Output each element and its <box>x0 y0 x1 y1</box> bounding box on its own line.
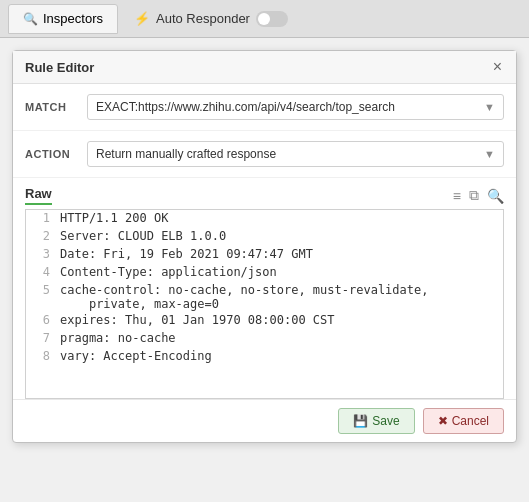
dialog-footer: 💾 Save ✖ Cancel <box>13 399 516 442</box>
main-area: Rule Editor × MATCH EXACT:https://www.zh… <box>0 38 529 502</box>
line-content: HTTP/1.1 200 OK <box>60 211 168 225</box>
line-content: Content-Type: application/json <box>60 265 277 279</box>
table-row: 6expires: Thu, 01 Jan 1970 08:00:00 CST <box>26 312 503 330</box>
cancel-label: Cancel <box>452 414 489 428</box>
save-icon: 💾 <box>353 414 368 428</box>
inspectors-tab[interactable]: 🔍 Inspectors <box>8 4 118 34</box>
cancel-icon: ✖ <box>438 414 448 428</box>
line-content: pragma: no-cache <box>60 331 176 345</box>
line-number: 3 <box>32 247 50 261</box>
auto-responder-label: Auto Responder <box>156 11 250 26</box>
line-content: cache-control: no-cache, no-store, must-… <box>60 283 428 311</box>
line-number: 6 <box>32 313 50 327</box>
action-label: ACTION <box>25 148 77 160</box>
filter-icon[interactable]: ≡ <box>453 188 461 204</box>
table-row: 8vary: Accept-Encoding <box>26 348 503 366</box>
match-select[interactable]: EXACT:https://www.zhihu.com/api/v4/searc… <box>87 94 504 120</box>
close-button[interactable]: × <box>491 59 504 75</box>
table-row: 5cache-control: no-cache, no-store, must… <box>26 282 503 312</box>
line-content: Date: Fri, 19 Feb 2021 09:47:47 GMT <box>60 247 313 261</box>
match-row: MATCH EXACT:https://www.zhihu.com/api/v4… <box>13 84 516 131</box>
action-value: Return manually crafted response <box>96 147 276 161</box>
dialog-title: Rule Editor <box>25 60 94 75</box>
line-number: 1 <box>32 211 50 225</box>
top-bar: 🔍 Inspectors ⚡ Auto Responder <box>0 0 529 38</box>
table-row: 3Date: Fri, 19 Feb 2021 09:47:47 GMT <box>26 246 503 264</box>
action-row: ACTION Return manually crafted response … <box>13 131 516 178</box>
save-label: Save <box>372 414 399 428</box>
match-value: EXACT:https://www.zhihu.com/api/v4/searc… <box>96 100 395 114</box>
match-label: MATCH <box>25 101 77 113</box>
line-content: expires: Thu, 01 Jan 1970 08:00:00 CST <box>60 313 335 327</box>
line-content: vary: Accept-Encoding <box>60 349 212 363</box>
action-chevron-icon: ▼ <box>484 148 495 160</box>
raw-header: Raw ≡ ⧉ 🔍 <box>25 186 504 205</box>
inspectors-icon: 🔍 <box>23 12 38 26</box>
line-number: 5 <box>32 283 50 297</box>
line-content: Server: CLOUD ELB 1.0.0 <box>60 229 226 243</box>
dialog-header: Rule Editor × <box>13 51 516 84</box>
auto-responder-toggle[interactable] <box>256 11 288 27</box>
table-row: 4Content-Type: application/json <box>26 264 503 282</box>
raw-section: Raw ≡ ⧉ 🔍 1HTTP/1.1 200 OK2Server: CLOUD… <box>13 178 516 399</box>
raw-actions: ≡ ⧉ 🔍 <box>453 187 504 204</box>
inspectors-label: Inspectors <box>43 11 103 26</box>
lightning-icon: ⚡ <box>134 11 150 26</box>
save-button[interactable]: 💾 Save <box>338 408 414 434</box>
line-number: 7 <box>32 331 50 345</box>
line-number: 8 <box>32 349 50 363</box>
search-icon[interactable]: 🔍 <box>487 188 504 204</box>
table-row: 1HTTP/1.1 200 OK <box>26 210 503 228</box>
raw-tab[interactable]: Raw <box>25 186 52 205</box>
match-chevron-icon: ▼ <box>484 101 495 113</box>
action-select[interactable]: Return manually crafted response ▼ <box>87 141 504 167</box>
rule-editor-dialog: Rule Editor × MATCH EXACT:https://www.zh… <box>12 50 517 443</box>
copy-icon[interactable]: ⧉ <box>469 187 479 204</box>
code-area[interactable]: 1HTTP/1.1 200 OK2Server: CLOUD ELB 1.0.0… <box>25 209 504 399</box>
cancel-button[interactable]: ✖ Cancel <box>423 408 504 434</box>
auto-responder-tab[interactable]: ⚡ Auto Responder <box>122 6 300 32</box>
line-number: 4 <box>32 265 50 279</box>
table-row: 2Server: CLOUD ELB 1.0.0 <box>26 228 503 246</box>
table-row: 7pragma: no-cache <box>26 330 503 348</box>
line-number: 2 <box>32 229 50 243</box>
